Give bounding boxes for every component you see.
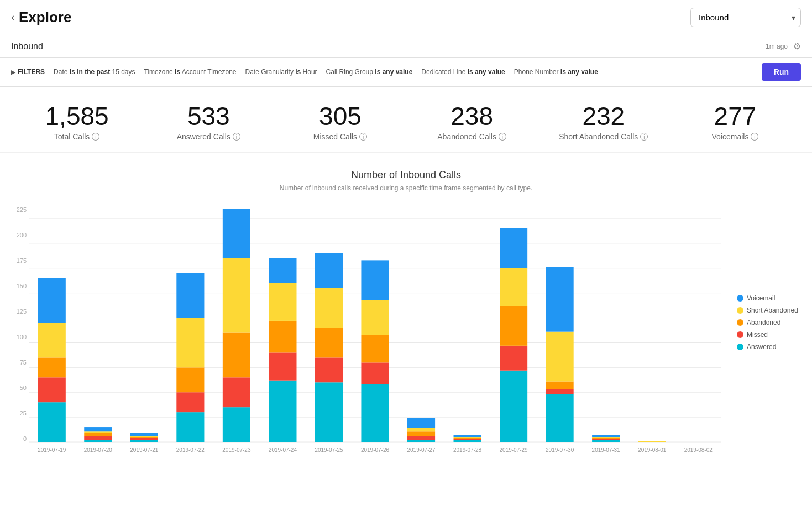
- y-label-25: 25: [11, 410, 29, 417]
- svg-text:2019-08-01: 2019-08-01: [638, 447, 667, 453]
- last-updated-timestamp: 1m ago: [766, 43, 788, 50]
- svg-rect-13: [38, 323, 66, 358]
- stat-missed-calls: 305 Missed Calls i: [274, 103, 406, 141]
- y-label-150: 150: [11, 283, 29, 289]
- info-icon-answered[interactable]: i: [233, 133, 240, 141]
- svg-rect-34: [223, 407, 250, 442]
- svg-rect-35: [223, 377, 250, 407]
- svg-rect-40: [269, 381, 296, 442]
- svg-rect-10: [38, 402, 66, 442]
- y-label-75: 75: [11, 359, 29, 366]
- svg-text:2019-07-26: 2019-07-26: [361, 447, 390, 453]
- bar-chart-svg: 2019-07-192019-07-202019-07-212019-07-22…: [29, 203, 724, 458]
- svg-rect-84: [592, 438, 620, 439]
- info-icon-abandoned[interactable]: i: [499, 133, 506, 141]
- svg-text:2019-07-29: 2019-07-29: [500, 447, 528, 453]
- page-title: Explore: [19, 9, 71, 26]
- svg-rect-20: [84, 427, 112, 431]
- run-button[interactable]: Run: [762, 63, 801, 81]
- back-icon[interactable]: ‹: [11, 12, 14, 23]
- y-label-125: 125: [11, 308, 29, 315]
- svg-rect-49: [315, 288, 343, 328]
- info-icon-missed[interactable]: i: [359, 133, 367, 141]
- svg-rect-41: [269, 352, 296, 380]
- settings-icon[interactable]: ⚙: [793, 41, 801, 51]
- legend-label-answered: Answered: [747, 343, 776, 351]
- stat-voicemails-label: Voicemails i: [669, 132, 801, 141]
- filters-toggle[interactable]: ▶ FILTERS: [11, 68, 45, 76]
- chart-section: Number of Inbound Calls Number of inboun…: [0, 153, 812, 469]
- view-dropdown[interactable]: Inbound Outbound: [690, 8, 801, 27]
- svg-rect-64: [454, 440, 481, 442]
- stat-total-calls: 1,585 Total Calls i: [11, 103, 143, 141]
- svg-text:2019-07-27: 2019-07-27: [407, 447, 436, 453]
- svg-rect-47: [315, 357, 343, 382]
- svg-rect-11: [38, 377, 66, 402]
- stat-missed-calls-label: Missed Calls i: [274, 132, 406, 141]
- stat-answered-calls-label: Answered Calls i: [143, 132, 274, 141]
- sub-header-right: 1m ago ⚙: [766, 41, 801, 51]
- y-label-100: 100: [11, 334, 29, 340]
- svg-text:2019-08-02: 2019-08-02: [684, 447, 713, 453]
- svg-rect-67: [454, 437, 481, 438]
- y-label-50: 50: [11, 384, 29, 391]
- legend-answered: Answered: [737, 343, 801, 351]
- svg-rect-82: [592, 440, 620, 442]
- svg-rect-25: [130, 436, 158, 437]
- svg-rect-71: [500, 346, 527, 371]
- legend-abandoned: Abandoned: [737, 319, 801, 326]
- info-icon-total[interactable]: i: [92, 133, 99, 141]
- svg-rect-80: [546, 267, 574, 332]
- svg-rect-79: [546, 332, 574, 382]
- info-icon-voicemail[interactable]: i: [751, 133, 758, 141]
- legend-label-short-abandoned: Short Abandoned: [747, 306, 798, 314]
- svg-text:2019-07-28: 2019-07-28: [453, 447, 482, 453]
- info-icon-short-abandoned[interactable]: i: [640, 133, 648, 141]
- legend-dot-voicemail: [737, 295, 743, 302]
- svg-text:2019-07-24: 2019-07-24: [269, 447, 297, 453]
- svg-rect-74: [500, 228, 527, 268]
- svg-rect-44: [269, 258, 296, 283]
- legend-missed: Missed: [737, 331, 801, 339]
- filter-date: Date is in the past 15 days: [54, 68, 135, 76]
- svg-text:2019-07-30: 2019-07-30: [546, 447, 574, 453]
- filters-label-text: FILTERS: [18, 68, 45, 76]
- stat-short-abandoned-calls: 232 Short Abandoned Calls i: [538, 103, 669, 141]
- svg-rect-85: [592, 437, 620, 438]
- svg-rect-53: [361, 362, 389, 384]
- filter-dedicated-line: Dedicated Line is any value: [421, 68, 505, 76]
- chart-subtitle: Number of inbound calls received during …: [11, 184, 801, 192]
- legend-voicemail: Voicemail: [737, 294, 801, 302]
- stat-voicemails-number: 277: [669, 103, 801, 129]
- svg-rect-56: [361, 260, 389, 300]
- svg-text:2019-07-19: 2019-07-19: [38, 447, 66, 453]
- filter-timezone: Timezone is Account Timezone: [144, 68, 237, 76]
- y-label-0: 0: [11, 435, 29, 442]
- stat-total-calls-label: Total Calls i: [11, 132, 143, 141]
- svg-rect-43: [269, 283, 296, 321]
- stat-abandoned-calls-label: Abandoned Calls i: [406, 132, 538, 141]
- svg-rect-30: [176, 367, 204, 392]
- header-left: ‹ Explore: [11, 9, 71, 26]
- y-label-225: 225: [11, 206, 29, 213]
- stat-answered-calls: 533 Answered Calls i: [143, 103, 274, 141]
- svg-rect-14: [38, 278, 66, 323]
- svg-rect-29: [176, 392, 204, 412]
- view-title: Inbound: [11, 41, 43, 51]
- filter-phone-number: Phone Number is any value: [514, 68, 598, 76]
- stat-short-abandoned-label: Short Abandoned Calls i: [538, 132, 669, 141]
- svg-rect-54: [361, 335, 389, 362]
- legend-short-abandoned: Short Abandoned: [737, 306, 801, 314]
- stat-short-abandoned-number: 232: [538, 103, 669, 129]
- y-label-175: 175: [11, 257, 29, 264]
- legend-dot-abandoned: [737, 319, 743, 326]
- svg-rect-26: [130, 433, 158, 436]
- svg-rect-12: [38, 357, 66, 377]
- svg-rect-23: [130, 438, 158, 440]
- svg-rect-86: [592, 435, 620, 437]
- legend-dot-short-abandoned: [737, 307, 743, 314]
- stat-abandoned-calls-number: 238: [406, 103, 538, 129]
- arrow-icon: ▶: [11, 69, 15, 75]
- svg-rect-59: [407, 436, 435, 440]
- svg-rect-37: [223, 258, 250, 333]
